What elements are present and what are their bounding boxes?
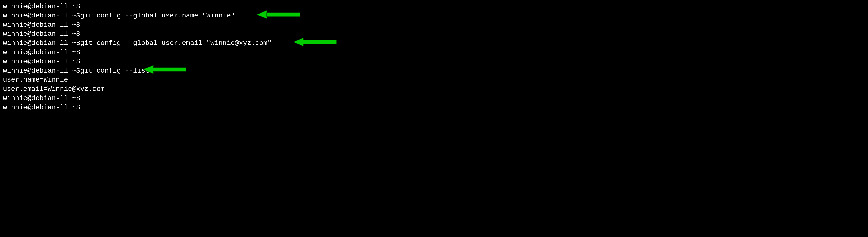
- svg-marker-2: [293, 37, 304, 46]
- shell-prompt: winnie@debian-ll:~$: [3, 20, 80, 30]
- terminal-prompt-line: winnie@debian-ll:~$ git config --global …: [3, 38, 865, 48]
- svg-marker-0: [257, 10, 267, 19]
- annotation-arrow-icon: [257, 10, 300, 19]
- svg-rect-5: [153, 68, 186, 71]
- shell-output: user.name=Winnie: [3, 75, 68, 84]
- terminal-prompt-line: winnie@debian-ll:~$: [3, 103, 865, 112]
- terminal-output-line: user.name=Winnie: [3, 75, 865, 84]
- shell-command: git config --list: [80, 66, 149, 76]
- svg-marker-4: [143, 65, 153, 74]
- terminal-prompt-line: winnie@debian-ll:~$: [3, 94, 865, 103]
- annotation-arrow-icon: [293, 37, 337, 46]
- terminal-prompt-line: winnie@debian-ll:~$: [3, 57, 865, 66]
- shell-output: user.email=Winnie@xyz.com: [3, 84, 104, 94]
- shell-prompt: winnie@debian-ll:~$: [3, 66, 80, 76]
- shell-command: git config --global user.email "Winnie@x…: [80, 38, 272, 48]
- shell-prompt: winnie@debian-ll:~$: [3, 38, 80, 48]
- annotation-arrow-icon: [143, 65, 186, 74]
- shell-prompt: winnie@debian-ll:~$: [3, 2, 80, 11]
- shell-prompt: winnie@debian-ll:~$: [3, 103, 80, 112]
- shell-prompt: winnie@debian-ll:~$: [3, 29, 80, 38]
- terminal-prompt-line: winnie@debian-ll:~$: [3, 20, 865, 30]
- terminal-output-line: user.email=Winnie@xyz.com: [3, 84, 865, 94]
- terminal-prompt-line: winnie@debian-ll:~$: [3, 48, 865, 57]
- shell-command: git config --global user.name "Winnie": [80, 11, 235, 20]
- shell-prompt: winnie@debian-ll:~$: [3, 48, 80, 57]
- shell-prompt: winnie@debian-ll:~$: [3, 94, 80, 103]
- terminal-prompt-line: winnie@debian-ll:~$ git config --global …: [3, 11, 865, 20]
- shell-prompt: winnie@debian-ll:~$: [3, 57, 80, 66]
- terminal-prompt-line: winnie@debian-ll:~$ git config --list: [3, 66, 865, 76]
- svg-rect-3: [303, 40, 337, 44]
- svg-rect-1: [267, 12, 300, 17]
- shell-prompt: winnie@debian-ll:~$: [3, 11, 80, 20]
- terminal-output: winnie@debian-ll:~$ winnie@debian-ll:~$ …: [3, 2, 865, 112]
- terminal-prompt-line: winnie@debian-ll:~$: [3, 2, 865, 11]
- terminal-prompt-line: winnie@debian-ll:~$: [3, 29, 865, 38]
